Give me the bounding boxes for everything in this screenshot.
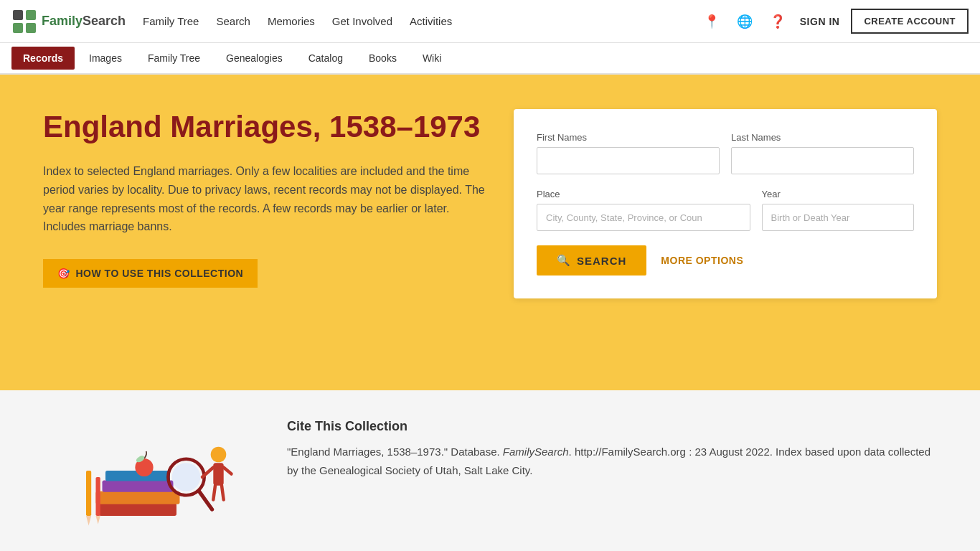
svg-point-17 — [211, 447, 227, 463]
svg-marker-11 — [86, 516, 91, 526]
sub-nav-images[interactable]: Images — [77, 47, 133, 70]
how-to-use-button[interactable]: 🎯 HOW TO USE THIS COLLECTION — [43, 259, 258, 288]
svg-rect-12 — [96, 477, 100, 516]
nav-link-get-involved[interactable]: Get Involved — [332, 15, 392, 27]
illustration — [43, 419, 258, 548]
page-title: England Marriages, 1538–1973 — [43, 109, 485, 145]
hero-description: Index to selected England marriages. Onl… — [43, 162, 485, 235]
top-nav: FamilySearch Family Tree Search Memories… — [0, 0, 980, 43]
hero-section: England Marriages, 1538–1973 Index to se… — [0, 75, 980, 390]
compass-icon: 🎯 — [57, 268, 70, 279]
more-options-link[interactable]: MORE OPTIONS — [661, 255, 743, 266]
location-icon-btn[interactable]: 📍 — [701, 11, 722, 32]
svg-rect-2 — [13, 23, 23, 33]
svg-rect-0 — [13, 10, 23, 20]
nav-link-activities[interactable]: Activities — [410, 15, 452, 27]
logo[interactable]: FamilySearch — [11, 9, 126, 34]
svg-rect-4 — [99, 503, 176, 516]
cite-title: Cite This Collection — [287, 419, 937, 434]
svg-line-22 — [222, 486, 224, 500]
search-button[interactable]: 🔍 SEARCH — [537, 245, 646, 276]
sub-nav-wiki[interactable]: Wiki — [411, 47, 453, 70]
svg-line-16 — [199, 491, 212, 509]
svg-line-21 — [213, 486, 215, 500]
language-icon-btn[interactable]: 🌐 — [734, 11, 755, 32]
sub-nav-catalog[interactable]: Catalog — [297, 47, 354, 70]
last-names-input[interactable] — [731, 147, 914, 174]
sub-nav-records[interactable]: Records — [11, 47, 75, 70]
last-names-label: Last Names — [731, 132, 914, 143]
search-card: First Names Last Names Place Year 🔍 SEAR… — [514, 109, 937, 298]
svg-marker-13 — [96, 516, 100, 524]
nav-link-memories[interactable]: Memories — [268, 15, 315, 27]
sign-in-button[interactable]: SIGN IN — [800, 16, 840, 27]
cite-text: "England Marriages, 1538–1973." Database… — [287, 443, 937, 479]
svg-rect-6 — [103, 481, 174, 492]
svg-rect-1 — [26, 10, 36, 20]
svg-rect-18 — [213, 463, 223, 486]
search-icon: 🔍 — [557, 254, 571, 267]
first-names-label: First Names — [537, 132, 720, 143]
year-input[interactable] — [762, 204, 915, 231]
logo-label: FamilySearch — [42, 14, 126, 29]
svg-line-20 — [224, 468, 232, 474]
svg-rect-3 — [26, 23, 36, 33]
first-names-input[interactable] — [537, 147, 720, 174]
sub-nav-books[interactable]: Books — [357, 47, 408, 70]
content-section: Cite This Collection "England Marriages,… — [0, 390, 980, 551]
help-icon-btn[interactable]: ❓ — [767, 11, 788, 32]
place-input[interactable] — [537, 204, 750, 231]
svg-point-15 — [172, 463, 201, 491]
sub-nav-family-tree[interactable]: Family Tree — [136, 47, 212, 70]
svg-rect-5 — [96, 491, 180, 504]
nav-link-search[interactable]: Search — [216, 15, 250, 27]
sub-nav-genealogies[interactable]: Genealogies — [215, 47, 294, 70]
svg-rect-10 — [86, 471, 91, 516]
sub-nav: Records Images Family Tree Genealogies C… — [0, 43, 980, 75]
create-account-button[interactable]: CREATE ACCOUNT — [851, 9, 969, 34]
year-label: Year — [762, 189, 915, 199]
place-label: Place — [537, 189, 750, 199]
cite-section: Cite This Collection "England Marriages,… — [287, 419, 937, 548]
nav-link-family-tree[interactable]: Family Tree — [143, 15, 199, 27]
